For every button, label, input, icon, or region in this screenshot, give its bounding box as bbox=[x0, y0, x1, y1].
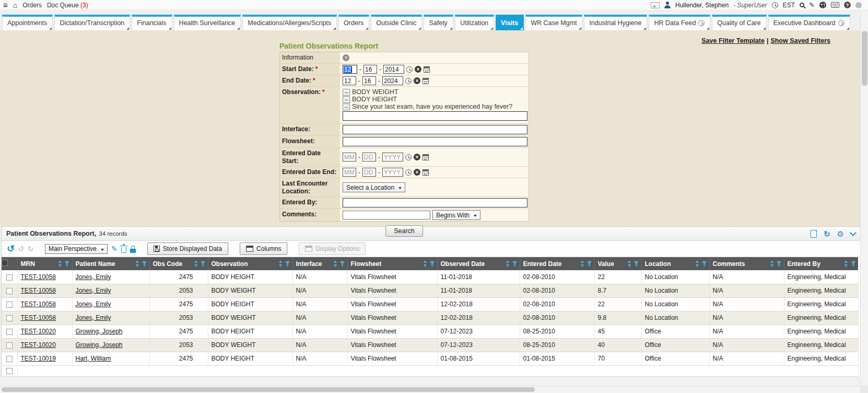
refresh-icon[interactable] bbox=[824, 230, 830, 238]
column-header-flowsheet[interactable]: Flowsheet bbox=[347, 257, 437, 270]
patient-name-link[interactable]: Growing, Joseph bbox=[76, 341, 123, 349]
perspective-select[interactable]: Main Perspective bbox=[45, 244, 108, 254]
sort-icon[interactable] bbox=[423, 260, 428, 267]
sort-icon[interactable] bbox=[278, 260, 283, 267]
filter-icon[interactable] bbox=[340, 261, 345, 267]
tab-financials[interactable]: Financials bbox=[132, 15, 172, 30]
search-button[interactable]: Search bbox=[385, 225, 423, 237]
observation-search-input[interactable] bbox=[343, 111, 527, 121]
tab-wr-case-mgmt[interactable]: WR Case Mgmt bbox=[525, 15, 582, 30]
remove-observation-button[interactable]: – bbox=[343, 89, 350, 96]
column-header-location[interactable]: Location bbox=[641, 257, 709, 270]
tab-orders[interactable]: Orders bbox=[338, 15, 369, 30]
time-picker-icon[interactable] bbox=[405, 78, 412, 84]
column-header-value[interactable]: Value bbox=[594, 257, 641, 270]
time-picker-icon[interactable] bbox=[405, 154, 412, 160]
sort-icon[interactable] bbox=[333, 260, 338, 267]
start-date-day-input[interactable] bbox=[363, 65, 377, 74]
clear-date-icon[interactable] bbox=[415, 66, 421, 73]
tab-dictation-transcription[interactable]: Dictation/Transcription bbox=[54, 15, 130, 30]
calendar-icon[interactable] bbox=[423, 154, 429, 160]
photo-icon[interactable] bbox=[651, 2, 660, 8]
row-checkbox[interactable] bbox=[6, 288, 13, 294]
tab-health-surveillance[interactable]: Health Surveillance bbox=[174, 15, 241, 30]
sort-icon[interactable] bbox=[135, 260, 140, 267]
column-header-entered-date[interactable]: Entered Date bbox=[520, 257, 594, 270]
patient-name-link[interactable]: Jones, Emily bbox=[76, 273, 111, 281]
help-icon[interactable] bbox=[844, 2, 851, 8]
clear-date-icon[interactable] bbox=[414, 77, 420, 84]
sort-icon[interactable] bbox=[770, 260, 775, 267]
tab-executive-dashboard[interactable]: Executive Dashboard bbox=[768, 15, 850, 30]
tab-outside-clinic[interactable]: Outside Clinic bbox=[371, 15, 422, 30]
mrn-link[interactable]: TEST-10058 bbox=[21, 273, 56, 281]
end-date-day-input[interactable] bbox=[362, 76, 376, 85]
filter-icon[interactable] bbox=[512, 261, 518, 267]
end-date-month-input[interactable] bbox=[343, 76, 356, 85]
start-date-year-input[interactable] bbox=[383, 65, 404, 74]
select-all-checkbox[interactable] bbox=[2, 260, 8, 266]
vertical-scrollbar[interactable] bbox=[860, 11, 868, 386]
collapse-chevron-icon[interactable] bbox=[850, 229, 857, 236]
time-picker-icon[interactable] bbox=[405, 169, 412, 176]
tab-hr-data-feed[interactable]: HR Data Feed bbox=[649, 15, 710, 30]
timezone-clock-icon[interactable] bbox=[772, 2, 778, 8]
tab-utilization[interactable]: Utilization bbox=[455, 15, 494, 30]
filter-icon[interactable] bbox=[851, 261, 856, 267]
entered-date-end-day-input[interactable] bbox=[362, 168, 376, 177]
reset-grid-icon[interactable] bbox=[7, 244, 15, 253]
mrn-link[interactable]: TEST-10019 bbox=[21, 355, 56, 362]
sort-icon[interactable] bbox=[58, 260, 63, 267]
show-saved-filters-link[interactable]: Show Saved Filters bbox=[770, 37, 830, 44]
tab-industrial-hygiene[interactable]: Industrial Hygiene bbox=[584, 15, 647, 30]
column-header-entered-by[interactable]: Entered By bbox=[784, 257, 858, 270]
clear-date-icon[interactable] bbox=[414, 154, 420, 160]
start-date-month-input[interactable]: 12 bbox=[343, 65, 357, 74]
row-checkbox[interactable] bbox=[6, 368, 13, 374]
row-checkbox[interactable] bbox=[6, 329, 13, 335]
remove-observation-button[interactable]: – bbox=[343, 103, 350, 110]
column-header-observation[interactable]: Observation bbox=[208, 257, 292, 270]
pen-icon[interactable]: ✎ bbox=[809, 2, 815, 8]
mrn-link[interactable]: TEST-10058 bbox=[21, 314, 56, 321]
filter-icon[interactable] bbox=[777, 261, 782, 267]
edit-perspective-icon[interactable] bbox=[111, 245, 118, 252]
vertical-scrollbar-thumb[interactable] bbox=[862, 31, 867, 86]
time-picker-icon[interactable] bbox=[406, 66, 413, 73]
tab-appointments[interactable]: Appointments bbox=[2, 15, 53, 30]
new-document-icon[interactable] bbox=[811, 230, 817, 238]
globe-icon[interactable] bbox=[819, 2, 826, 8]
column-header-comments[interactable]: Comments bbox=[709, 257, 784, 270]
sort-icon[interactable] bbox=[194, 260, 198, 267]
flowsheet-input[interactable] bbox=[343, 137, 527, 146]
entered-by-input[interactable] bbox=[343, 198, 527, 207]
filter-icon[interactable] bbox=[634, 261, 639, 267]
entered-date-start-month-input[interactable] bbox=[343, 153, 356, 161]
row-checkbox[interactable] bbox=[6, 315, 13, 321]
tab-visits[interactable]: Visits bbox=[496, 15, 524, 30]
calendar-icon[interactable] bbox=[423, 169, 429, 176]
filter-icon[interactable] bbox=[702, 261, 707, 267]
end-date-year-input[interactable] bbox=[382, 76, 403, 85]
sort-icon[interactable] bbox=[695, 260, 700, 267]
patient-name-link[interactable]: Jones, Emily bbox=[76, 287, 111, 294]
patient-name-link[interactable]: Jones, Emily bbox=[76, 300, 111, 308]
patient-name-link[interactable]: Growing, Joseph bbox=[76, 328, 123, 335]
search-icon[interactable] bbox=[800, 3, 804, 7]
tab-quality-of-care[interactable]: Quality of Care bbox=[712, 15, 766, 30]
interface-input[interactable] bbox=[343, 125, 527, 134]
information-help-icon[interactable] bbox=[343, 54, 349, 61]
sort-icon[interactable] bbox=[844, 260, 849, 267]
patient-name-link[interactable]: Jones, Emily bbox=[76, 314, 111, 321]
mrn-link[interactable]: TEST-10020 bbox=[21, 341, 56, 349]
mrn-link[interactable]: TEST-10020 bbox=[21, 328, 56, 335]
filter-icon[interactable] bbox=[587, 261, 592, 267]
horizontal-scrollbar-thumb[interactable] bbox=[2, 387, 535, 392]
settings-gear-icon[interactable] bbox=[837, 230, 844, 238]
mrn-link[interactable]: TEST-10058 bbox=[21, 300, 56, 308]
location-select[interactable]: Select a Location bbox=[343, 182, 405, 192]
sort-icon[interactable] bbox=[506, 260, 510, 267]
keyboard-icon[interactable] bbox=[831, 2, 839, 8]
horizontal-scrollbar[interactable] bbox=[0, 386, 860, 393]
tab-safety[interactable]: Safety bbox=[424, 15, 453, 30]
